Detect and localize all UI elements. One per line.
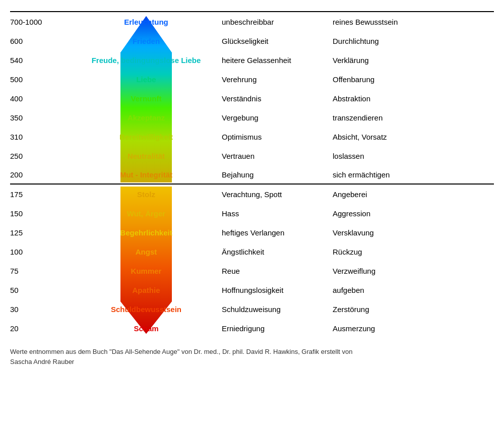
cell-emotion: Erniedrigung <box>217 324 328 333</box>
cell-emotion: unbeschreibbar <box>217 18 328 26</box>
table-row: 250NeutralitätVertrauenloslassen <box>10 146 494 165</box>
cell-prozess: Durchlichtung <box>328 37 469 45</box>
cell-ebene: Erleuchtung <box>76 18 217 26</box>
table-row: 500LiebeVerehrungOffenbarung <box>10 70 494 89</box>
table-row: 20SchamErniedrigungAusmerzung <box>10 319 494 338</box>
cell-emotion: Vergebung <box>217 113 328 122</box>
cell-messwert: 200 <box>10 170 76 179</box>
cell-messwert: 125 <box>10 228 76 237</box>
cell-messwert: 175 <box>10 190 76 199</box>
cell-messwert: 75 <box>10 267 76 275</box>
cell-prozess: Angeberei <box>328 190 469 199</box>
table-row: 310BereitwilligkeitOptimismusAbsicht, Vo… <box>10 127 494 146</box>
table-row: 75KummerReueVerzweiflung <box>10 261 494 280</box>
cell-emotion: Glückseligkeit <box>217 37 328 45</box>
cell-emotion: Hoffnungslosigkeit <box>217 286 328 294</box>
cell-prozess: Verklärung <box>328 56 469 65</box>
cell-ebene: Frieden <box>76 37 217 45</box>
cell-prozess: reines Bewusstsein <box>328 18 469 26</box>
cell-prozess: aufgeben <box>328 286 469 294</box>
data-rows: 700-1000Erleuchtungunbeschreibbarreines … <box>10 12 494 338</box>
cell-prozess: Versklavung <box>328 228 469 237</box>
cell-messwert: 600 <box>10 37 76 45</box>
table-row: 200Mut - IntegritätBejahungsich ermächti… <box>10 165 494 185</box>
table-row: 350AkzeptanzVergebungtranszendieren <box>10 108 494 127</box>
cell-ebene: Angst <box>76 248 217 256</box>
table-row: 50ApathieHoffnungslosigkeitaufgeben <box>10 280 494 299</box>
cell-prozess: Offenbarung <box>328 75 469 84</box>
cell-emotion: Hass <box>217 209 328 218</box>
table-row: 175StolzVerachtung, SpottAngeberei <box>10 185 494 204</box>
cell-prozess: Rückzug <box>328 248 469 256</box>
cell-ebene: Mut - Integrität <box>76 170 217 179</box>
cell-messwert: 20 <box>10 324 76 333</box>
cell-messwert: 400 <box>10 94 76 103</box>
table-row: 100AngstÄngstlichkeitRückzug <box>10 242 494 261</box>
cell-ebene: Akzeptanz <box>76 113 217 122</box>
cell-prozess: loslassen <box>328 152 469 160</box>
cell-emotion: Vertrauen <box>217 152 328 160</box>
cell-ebene: Stolz <box>76 190 217 199</box>
cell-ebene: Apathie <box>76 286 217 294</box>
cell-prozess: Abstraktion <box>328 94 469 103</box>
cell-emotion: heitere Gelassenheit <box>217 56 328 65</box>
cell-messwert: 100 <box>10 248 76 256</box>
cell-emotion: Optimismus <box>217 133 328 141</box>
cell-messwert: 540 <box>10 56 76 65</box>
cell-messwert: 30 <box>10 305 76 314</box>
cell-prozess: Zerstörung <box>328 305 469 314</box>
main-content: 700-1000Erleuchtungunbeschreibbarreines … <box>10 12 494 338</box>
cell-prozess: transzendieren <box>328 113 469 122</box>
cell-messwert: 150 <box>10 209 76 218</box>
cell-prozess: Verzweiflung <box>328 267 469 275</box>
cell-emotion: Bejahung <box>217 170 328 179</box>
cell-messwert: 250 <box>10 152 76 160</box>
table-row: 700-1000Erleuchtungunbeschreibbarreines … <box>10 12 494 31</box>
cell-ebene: Bereitwilligkeit <box>76 133 217 141</box>
cell-ebene: Begehrlichkeit <box>76 228 217 237</box>
cell-ebene: Liebe <box>76 75 217 84</box>
cell-prozess: sich ermächtigen <box>328 170 469 179</box>
cell-ebene: Freude, bedingungslose Liebe <box>76 56 217 65</box>
cell-ebene: Schuldbewusstsein <box>76 305 217 314</box>
cell-ebene: Scham <box>76 324 217 333</box>
cell-ebene: Wut, Ärger <box>76 209 217 218</box>
cell-messwert: 500 <box>10 75 76 84</box>
cell-messwert: 50 <box>10 286 76 294</box>
table-row: 540Freude, bedingungslose Liebeheitere G… <box>10 50 494 70</box>
table-row: 150Wut, ÄrgerHassAggression <box>10 204 494 223</box>
cell-emotion: heftiges Verlangen <box>217 228 328 237</box>
cell-messwert: 350 <box>10 113 76 122</box>
cell-emotion: Ängstlichkeit <box>217 248 328 256</box>
cell-prozess: Absicht, Vorsatz <box>328 133 469 141</box>
cell-ebene: Neutralität <box>76 152 217 160</box>
table-row: 600FriedenGlückseligkeitDurchlichtung <box>10 31 494 50</box>
cell-ebene: Kummer <box>76 267 217 275</box>
table-row: 30SchuldbewusstseinSchuldzuweisungZerstö… <box>10 299 494 319</box>
cell-prozess: Aggression <box>328 209 469 218</box>
cell-emotion: Schuldzuweisung <box>217 305 328 314</box>
cell-prozess: Ausmerzung <box>328 324 469 333</box>
cell-emotion: Verachtung, Spott <box>217 190 328 199</box>
cell-emotion: Reue <box>217 267 328 275</box>
table-row: 125Begehrlichkeitheftiges VerlangenVersk… <box>10 223 494 242</box>
table-row: 400VernunftVerständnisAbstraktion <box>10 89 494 108</box>
footer: Werte entnommen aus dem Buch "Das All-Se… <box>10 347 363 366</box>
cell-ebene: Vernunft <box>76 94 217 103</box>
cell-messwert: 700-1000 <box>10 18 76 26</box>
cell-messwert: 310 <box>10 133 76 141</box>
cell-emotion: Verehrung <box>217 75 328 84</box>
cell-emotion: Verständnis <box>217 94 328 103</box>
